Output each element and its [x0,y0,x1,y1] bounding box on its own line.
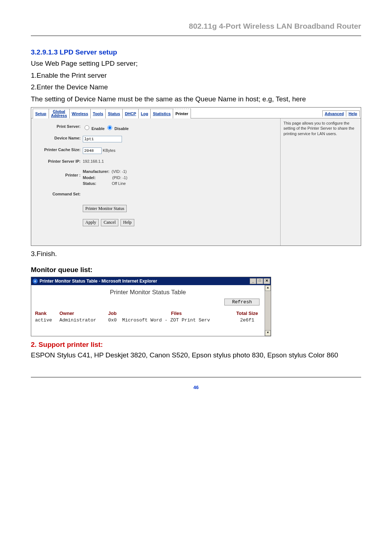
apply-button[interactable]: Apply [83,219,99,226]
divider-bottom [31,377,361,377]
support-heading: 2. Support printer list: [31,341,361,349]
tab-help[interactable]: Help [346,110,360,117]
tab-dhcp[interactable]: DHCP [122,109,139,118]
ie-window-title: Printer Monitor Status Table - Microsoft… [40,279,157,284]
tab-printer[interactable]: Printer [173,109,191,118]
label-command-set: Command Set: [33,192,83,196]
tab-setup[interactable]: Setup [33,109,49,118]
device-name-input[interactable] [83,136,122,142]
table-header-row: Rank Owner Job Files Total Size [33,310,262,317]
body-text: 3.Finish. [31,249,361,259]
body-text: 2.Enter the Device Name [31,82,361,93]
radio-disable[interactable] [107,125,112,130]
refresh-button[interactable]: Refresh [224,299,260,305]
ie-window: e Printer Monitor Status Table - Microso… [31,277,271,336]
printer-info: Manufacturer: (VID: -1) Model: (PID: -1)… [83,169,127,187]
monitor-status-button[interactable]: Printer Monitor Status [83,205,127,212]
maximize-button[interactable]: □ [257,278,263,284]
scrollbar[interactable]: ▲ ▼ [265,285,271,336]
col-owner: Owner [58,310,107,317]
label-device-name: Device Name: [33,136,83,140]
col-rank: Rank [33,310,58,317]
body-text: Use Web Page setting LPD server; [31,58,361,69]
monitor-queue-heading: Monitor queue list: [31,266,361,274]
body-text: ESPON Stylus C41, HP Deskjet 3820, Canon… [31,350,361,361]
label-cache-size: Printer Cache Size: [33,147,83,152]
scroll-up-icon[interactable]: ▲ [265,285,271,291]
tab-global-address[interactable]: GlobalAddress [49,109,70,118]
divider-top [31,36,361,36]
body-text: The setting of Device Name must be the s… [31,94,361,105]
body-text: 1.Enable the Print server [31,70,361,81]
table-row: active Administrator 0x0 Microsoft Word … [33,317,262,324]
page-header: 802.11g 4-Port Wireless LAN Broadband Ro… [31,22,361,33]
label-disable: Disable [114,126,128,131]
section-heading-lpd: 3.2.9.1.3 LPD Server setup [31,48,361,56]
tab-wireless[interactable]: Wireless [69,109,91,118]
close-button[interactable]: ✕ [264,278,270,284]
cell-files: Microsoft Word - ZOT Print Serv [121,317,232,324]
tab-log[interactable]: Log [138,109,151,118]
cache-size-input[interactable] [83,147,102,154]
col-total-size: Total Size [232,310,262,317]
ie-titlebar: e Printer Monitor Status Table - Microso… [31,277,271,285]
label-printer: Printer : [33,169,83,177]
label-print-server: Print Server: [33,124,83,129]
tab-tools[interactable]: Tools [90,109,106,118]
cancel-button[interactable]: Cancel [101,219,118,226]
ie-icon: e [33,279,38,284]
tab-statistics[interactable]: Statistics [150,109,173,118]
col-job: Job [107,310,121,317]
cell-owner: Administrator [58,317,107,324]
label-server-ip: Printer Server IP: [33,159,83,163]
label-kbytes: KBytes [103,148,115,153]
page-title: Printer Monitor Status Table [31,285,265,298]
tab-bar: Setup GlobalAddress Wireless Tools Statu… [31,108,361,118]
minimize-button[interactable]: _ [250,278,256,284]
cell-total-size: 2e6f1 [232,317,262,324]
scroll-down-icon[interactable]: ▼ [265,330,271,336]
cell-rank: active [33,317,58,324]
cell-job: 0x0 [107,317,121,324]
queue-table: Rank Owner Job Files Total Size active A… [33,310,262,324]
label-enable: Enable [91,126,105,131]
page-number: 46 [31,385,361,390]
value-server-ip: 192.168.1.1 [83,159,104,163]
col-files: Files [121,310,232,317]
tab-status[interactable]: Status [105,109,123,118]
router-ui-panel: Setup GlobalAddress Wireless Tools Statu… [31,107,361,246]
printer-form: Print Server: Enable Disable Device Name… [31,118,280,246]
help-button[interactable]: Help [121,219,134,226]
help-sidebar: This page allows you to configure the se… [280,118,361,246]
radio-enable[interactable] [85,125,89,130]
tab-advanced[interactable]: Advanced [322,110,347,117]
